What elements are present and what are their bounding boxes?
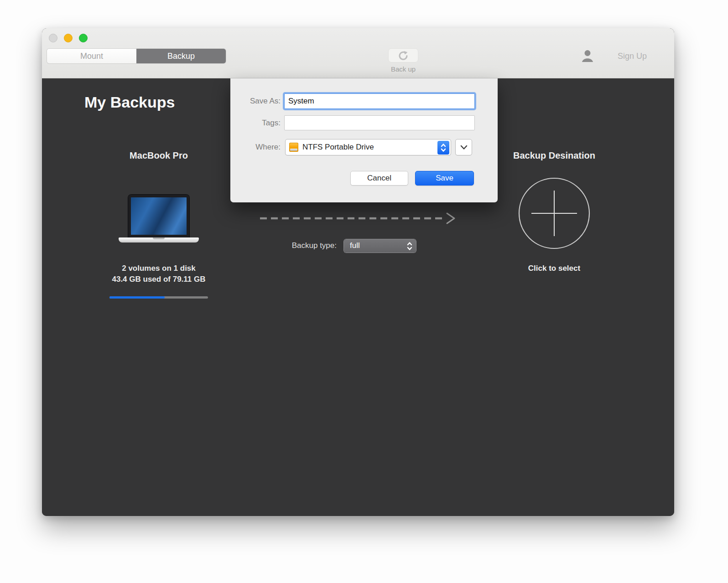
tab-backup[interactable]: Backup (136, 49, 226, 63)
backup-action-button[interactable] (388, 48, 418, 62)
chevron-down-icon (460, 144, 468, 150)
signup-label[interactable]: Sign Up (618, 52, 647, 61)
circular-arrow-icon (397, 50, 409, 62)
backup-toolbar-item: Back up (388, 48, 419, 73)
window-controls (49, 34, 88, 42)
backup-type-row: Backup type: full (247, 239, 462, 253)
where-value: NTFS Portable Drive (302, 143, 374, 152)
where-stepper-icon (437, 141, 449, 155)
tags-label: Tags: (230, 119, 281, 128)
signup-area[interactable]: Sign Up (581, 49, 647, 63)
window-close-button[interactable] (49, 34, 57, 42)
page-title: My Backups (84, 93, 175, 111)
backup-type-select[interactable]: full (344, 239, 416, 253)
sheet-buttons: Cancel Save (230, 171, 498, 186)
expand-dialog-button[interactable] (455, 139, 472, 155)
save-as-label: Save As: (230, 97, 281, 106)
window-minimize-button[interactable] (64, 34, 73, 42)
disk-usage-bar (109, 296, 208, 299)
person-icon (581, 49, 594, 63)
destination-hint: Click to select (481, 264, 627, 273)
cancel-button[interactable]: Cancel (350, 171, 408, 186)
source-usage-line: 43.4 GB used of 79.11 GB (86, 274, 232, 285)
save-dialog-sheet: Save As: Tags: Where: NTFS Portable Driv… (230, 78, 498, 202)
macbook-base (119, 237, 199, 242)
disk-usage-fill (109, 296, 165, 299)
plus-in-circle-icon (518, 177, 591, 250)
source-name: MacBook Pro (86, 150, 232, 161)
macbook-screen (128, 195, 189, 237)
toolbar: Mount Backup Back up Sign Up (42, 28, 674, 78)
flow-arrow (258, 212, 459, 227)
updown-chevrons-icon (406, 241, 413, 251)
where-label: Where: (230, 143, 281, 152)
save-as-row: Save As: (230, 92, 498, 111)
destination-select-target[interactable] (518, 177, 591, 252)
mode-segmented-control: Mount Backup (47, 49, 226, 63)
source-volumes-line: 2 volumes on 1 disk (86, 263, 232, 274)
destination-title: Backup Desination (481, 150, 627, 161)
orange-drive-icon (289, 142, 299, 152)
macbook-illustration (115, 195, 203, 245)
where-row: Where: NTFS Portable Drive (230, 139, 498, 155)
window-zoom-button[interactable] (79, 34, 88, 42)
tags-input[interactable] (284, 115, 475, 130)
tags-row: Tags: (230, 115, 498, 130)
app-window: Mount Backup Back up Sign Up My Backups … (42, 28, 674, 516)
backup-action-label: Back up (388, 65, 419, 73)
source-stats: 2 volumes on 1 disk 43.4 GB used of 79.1… (86, 263, 232, 285)
backup-type-label: Backup type: (247, 241, 344, 250)
where-select[interactable]: NTFS Portable Drive (285, 139, 451, 155)
backup-type-value: full (350, 241, 360, 250)
dashed-arrow-icon (258, 212, 459, 225)
tab-mount[interactable]: Mount (47, 49, 136, 63)
save-button[interactable]: Save (415, 171, 474, 186)
save-as-input[interactable] (284, 93, 475, 109)
